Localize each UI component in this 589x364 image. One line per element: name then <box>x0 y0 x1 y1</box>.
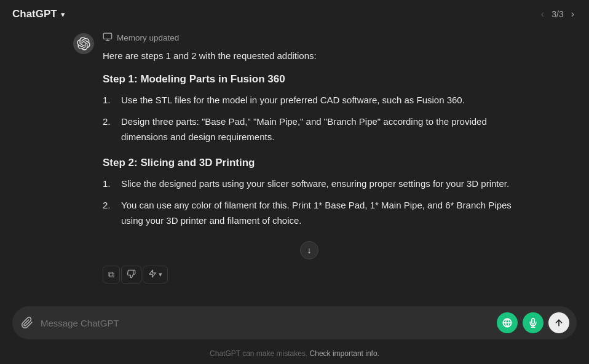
input-area <box>0 300 589 349</box>
intro-text: Here are steps 1 and 2 with the requeste… <box>103 49 516 63</box>
footer: ChatGPT can make mistakes. Check importa… <box>0 349 589 364</box>
list-item: 1. Slice the designed parts using your s… <box>103 176 516 192</box>
footer-link[interactable]: Check important info. <box>310 349 379 358</box>
list-item: 2. Design three parts: "Base Pad," "Main… <box>103 114 516 145</box>
pagination-prev-arrow[interactable]: ‹ <box>539 7 547 21</box>
thumbsdown-icon <box>127 269 136 280</box>
input-box <box>12 306 577 339</box>
flash-chevron-icon: ▾ <box>159 271 162 279</box>
message-container: Memory updated Here are steps 1 and 2 wi… <box>61 26 528 299</box>
thumbsdown-button[interactable] <box>121 266 141 284</box>
send-button[interactable] <box>548 312 569 333</box>
pagination-label: 3/3 <box>551 9 563 19</box>
flash-icon <box>148 269 157 280</box>
step1-list: 1. Use the STL files for the model in yo… <box>103 93 516 144</box>
tools-icon <box>502 318 512 328</box>
attach-icon <box>21 317 33 329</box>
list-item: 1. Use the STL files for the model in yo… <box>103 93 516 108</box>
input-right-icons <box>497 312 569 333</box>
app-title-button[interactable]: ChatGPT ▾ <box>12 8 65 20</box>
scroll-down-wrapper: ↓ <box>103 241 516 259</box>
mic-icon <box>528 318 538 328</box>
send-icon <box>554 318 564 328</box>
action-buttons: ⧉ <box>103 266 516 284</box>
step2-list: 1. Slice the designed parts using your s… <box>103 176 516 228</box>
chevron-down-icon: ▾ <box>61 10 65 19</box>
footer-text: ChatGPT can make mistakes. <box>210 349 307 358</box>
svg-rect-0 <box>103 33 111 39</box>
mic-button[interactable] <box>523 312 544 333</box>
step2-heading: Step 2: Slicing and 3D Printing <box>103 157 516 169</box>
header: ChatGPT ▾ ‹ 3/3 › <box>0 0 589 26</box>
step1-item2: Design three parts: "Base Pad," "Main Pi… <box>121 114 516 145</box>
step1-item1: Use the STL files for the model in your … <box>121 93 516 108</box>
copy-button[interactable]: ⧉ <box>103 266 120 283</box>
svg-marker-3 <box>149 270 156 277</box>
memory-icon <box>103 32 113 44</box>
scroll-down-button[interactable]: ↓ <box>300 241 318 259</box>
memory-updated-row: Memory updated <box>103 32 516 44</box>
flash-button[interactable]: ▾ <box>143 266 168 283</box>
copy-icon: ⧉ <box>108 269 114 280</box>
main-content: Memory updated Here are steps 1 and 2 wi… <box>0 26 589 300</box>
assistant-message-row: Memory updated Here are steps 1 and 2 wi… <box>73 32 516 284</box>
app-title: ChatGPT <box>12 8 57 20</box>
message-input[interactable] <box>41 318 491 328</box>
pagination: ‹ 3/3 › <box>539 7 577 21</box>
attach-button[interactable] <box>20 315 34 330</box>
tools-button[interactable] <box>497 312 518 333</box>
message-body: Memory updated Here are steps 1 and 2 wi… <box>103 32 516 284</box>
list-item: 2. You can use any color of filament for… <box>103 198 516 229</box>
pagination-next-arrow[interactable]: › <box>569 7 577 21</box>
step1-heading: Step 1: Modeling Parts in Fusion 360 <box>103 73 516 85</box>
step2-item2: You can use any color of filament for th… <box>121 198 516 229</box>
memory-updated-label: Memory updated <box>117 33 179 42</box>
avatar <box>73 33 94 54</box>
step2-item1: Slice the designed parts using your slic… <box>121 176 516 192</box>
